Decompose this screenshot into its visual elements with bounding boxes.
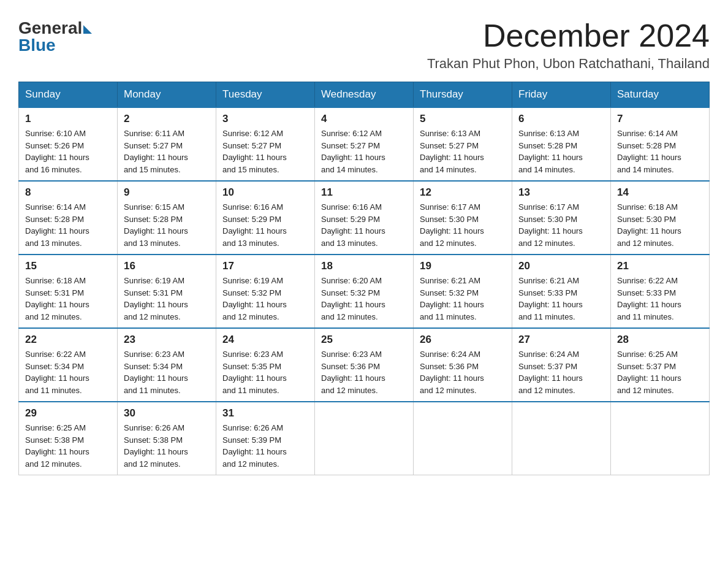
day-info: Sunrise: 6:21 AM Sunset: 5:32 PM Dayligh… [420,275,506,323]
day-info: Sunrise: 6:24 AM Sunset: 5:36 PM Dayligh… [420,348,506,396]
day-number: 19 [420,260,506,272]
calendar-cell: 17Sunrise: 6:19 AM Sunset: 5:32 PM Dayli… [216,255,315,328]
calendar-cell [512,402,611,475]
day-info: Sunrise: 6:19 AM Sunset: 5:32 PM Dayligh… [222,275,308,323]
day-number: 1 [25,113,111,125]
day-number: 16 [124,260,210,272]
day-number: 30 [124,407,210,419]
calendar-cell: 23Sunrise: 6:23 AM Sunset: 5:34 PM Dayli… [118,328,216,402]
day-number: 20 [518,260,604,272]
day-number: 13 [518,186,604,199]
calendar-cell [414,402,512,475]
weekday-header-thursday: Thursday [414,82,512,108]
day-info: Sunrise: 6:25 AM Sunset: 5:37 PM Dayligh… [617,348,703,396]
day-info: Sunrise: 6:16 AM Sunset: 5:29 PM Dayligh… [321,201,407,249]
day-info: Sunrise: 6:18 AM Sunset: 5:30 PM Dayligh… [617,201,703,249]
calendar-cell: 26Sunrise: 6:24 AM Sunset: 5:36 PM Dayli… [414,328,512,402]
day-info: Sunrise: 6:24 AM Sunset: 5:37 PM Dayligh… [518,348,604,396]
day-number: 3 [222,113,308,125]
day-info: Sunrise: 6:21 AM Sunset: 5:33 PM Dayligh… [518,275,604,323]
month-title: December 2024 [427,18,710,53]
weekday-header-sunday: Sunday [19,82,118,108]
title-block: December 2024 Trakan Phut Phon, Ubon Rat… [427,18,710,72]
calendar-cell: 27Sunrise: 6:24 AM Sunset: 5:37 PM Dayli… [512,328,611,402]
day-number: 27 [518,334,604,346]
calendar-cell [315,402,414,475]
day-info: Sunrise: 6:14 AM Sunset: 5:28 PM Dayligh… [617,128,703,175]
calendar-cell: 15Sunrise: 6:18 AM Sunset: 5:31 PM Dayli… [19,255,118,328]
day-info: Sunrise: 6:14 AM Sunset: 5:28 PM Dayligh… [25,201,111,249]
day-info: Sunrise: 6:13 AM Sunset: 5:27 PM Dayligh… [420,128,506,175]
day-info: Sunrise: 6:17 AM Sunset: 5:30 PM Dayligh… [518,201,604,249]
day-number: 28 [617,334,703,346]
week-row-4: 22Sunrise: 6:22 AM Sunset: 5:34 PM Dayli… [19,328,710,402]
week-row-3: 15Sunrise: 6:18 AM Sunset: 5:31 PM Dayli… [19,255,710,328]
day-info: Sunrise: 6:22 AM Sunset: 5:33 PM Dayligh… [617,275,703,323]
week-row-1: 1Sunrise: 6:10 AM Sunset: 5:26 PM Daylig… [19,107,710,181]
calendar-cell: 5Sunrise: 6:13 AM Sunset: 5:27 PM Daylig… [414,107,512,181]
calendar-cell: 6Sunrise: 6:13 AM Sunset: 5:28 PM Daylig… [512,107,611,181]
day-info: Sunrise: 6:20 AM Sunset: 5:32 PM Dayligh… [321,275,407,323]
calendar-cell: 4Sunrise: 6:12 AM Sunset: 5:27 PM Daylig… [315,107,414,181]
logo: General Blue [18,18,92,55]
day-info: Sunrise: 6:23 AM Sunset: 5:35 PM Dayligh… [222,348,308,396]
day-info: Sunrise: 6:13 AM Sunset: 5:28 PM Dayligh… [518,128,604,175]
day-number: 10 [222,186,308,199]
day-number: 25 [321,334,407,346]
weekday-header-monday: Monday [118,82,216,108]
day-info: Sunrise: 6:17 AM Sunset: 5:30 PM Dayligh… [420,201,506,249]
day-number: 31 [222,407,308,419]
day-number: 11 [321,186,407,199]
day-number: 14 [617,186,703,199]
day-info: Sunrise: 6:15 AM Sunset: 5:28 PM Dayligh… [124,201,210,249]
weekday-header-saturday: Saturday [611,82,710,108]
logo-blue: Blue [18,36,56,55]
calendar-header: SundayMondayTuesdayWednesdayThursdayFrid… [19,82,710,108]
day-info: Sunrise: 6:19 AM Sunset: 5:31 PM Dayligh… [124,275,210,323]
calendar-cell: 25Sunrise: 6:23 AM Sunset: 5:36 PM Dayli… [315,328,414,402]
day-info: Sunrise: 6:11 AM Sunset: 5:27 PM Dayligh… [124,128,210,175]
week-row-5: 29Sunrise: 6:25 AM Sunset: 5:38 PM Dayli… [19,402,710,475]
day-number: 8 [25,186,111,199]
day-number: 15 [25,260,111,272]
day-number: 22 [25,334,111,346]
weekday-header-wednesday: Wednesday [315,82,414,108]
calendar-cell: 19Sunrise: 6:21 AM Sunset: 5:32 PM Dayli… [414,255,512,328]
day-info: Sunrise: 6:22 AM Sunset: 5:34 PM Dayligh… [25,348,111,396]
day-info: Sunrise: 6:18 AM Sunset: 5:31 PM Dayligh… [25,275,111,323]
calendar-table: SundayMondayTuesdayWednesdayThursdayFrid… [18,82,710,475]
calendar-cell: 2Sunrise: 6:11 AM Sunset: 5:27 PM Daylig… [118,107,216,181]
calendar-cell: 29Sunrise: 6:25 AM Sunset: 5:38 PM Dayli… [19,402,118,475]
day-number: 24 [222,334,308,346]
calendar-cell: 1Sunrise: 6:10 AM Sunset: 5:26 PM Daylig… [19,107,118,181]
day-number: 2 [124,113,210,125]
day-number: 21 [617,260,703,272]
week-row-2: 8Sunrise: 6:14 AM Sunset: 5:28 PM Daylig… [19,181,710,255]
day-info: Sunrise: 6:23 AM Sunset: 5:36 PM Dayligh… [321,348,407,396]
calendar-cell: 12Sunrise: 6:17 AM Sunset: 5:30 PM Dayli… [414,181,512,255]
day-number: 17 [222,260,308,272]
day-info: Sunrise: 6:12 AM Sunset: 5:27 PM Dayligh… [321,128,407,175]
day-info: Sunrise: 6:16 AM Sunset: 5:29 PM Dayligh… [222,201,308,249]
calendar-cell: 18Sunrise: 6:20 AM Sunset: 5:32 PM Dayli… [315,255,414,328]
calendar-cell: 7Sunrise: 6:14 AM Sunset: 5:28 PM Daylig… [611,107,710,181]
calendar-cell: 31Sunrise: 6:26 AM Sunset: 5:39 PM Dayli… [216,402,315,475]
calendar-cell: 30Sunrise: 6:26 AM Sunset: 5:38 PM Dayli… [118,402,216,475]
day-info: Sunrise: 6:26 AM Sunset: 5:38 PM Dayligh… [124,422,210,470]
calendar-cell: 8Sunrise: 6:14 AM Sunset: 5:28 PM Daylig… [19,181,118,255]
calendar-body: 1Sunrise: 6:10 AM Sunset: 5:26 PM Daylig… [19,107,710,475]
day-number: 5 [420,113,506,125]
calendar-cell: 14Sunrise: 6:18 AM Sunset: 5:30 PM Dayli… [611,181,710,255]
day-info: Sunrise: 6:26 AM Sunset: 5:39 PM Dayligh… [222,422,308,470]
calendar-cell: 11Sunrise: 6:16 AM Sunset: 5:29 PM Dayli… [315,181,414,255]
calendar-cell: 13Sunrise: 6:17 AM Sunset: 5:30 PM Dayli… [512,181,611,255]
calendar-cell: 24Sunrise: 6:23 AM Sunset: 5:35 PM Dayli… [216,328,315,402]
day-number: 29 [25,407,111,419]
calendar-cell: 10Sunrise: 6:16 AM Sunset: 5:29 PM Dayli… [216,181,315,255]
calendar-cell: 20Sunrise: 6:21 AM Sunset: 5:33 PM Dayli… [512,255,611,328]
day-number: 7 [617,113,703,125]
calendar-cell: 9Sunrise: 6:15 AM Sunset: 5:28 PM Daylig… [118,181,216,255]
day-number: 26 [420,334,506,346]
day-number: 12 [420,186,506,199]
day-number: 6 [518,113,604,125]
